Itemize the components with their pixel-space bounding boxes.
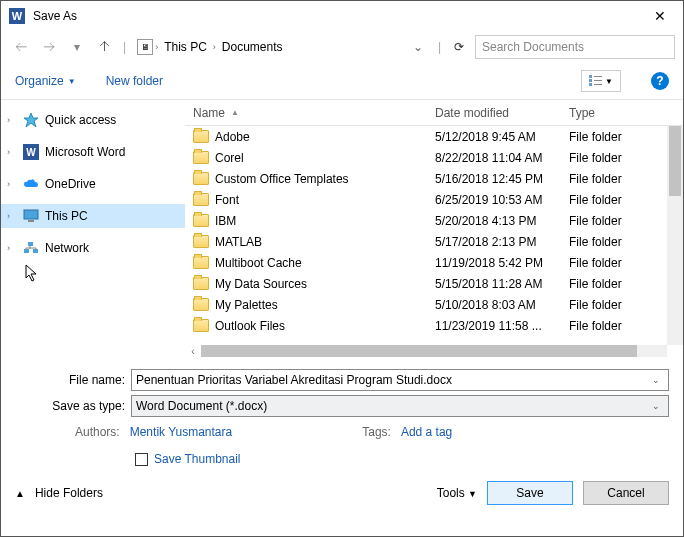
file-name: Custom Office Templates xyxy=(215,172,349,186)
svg-rect-10 xyxy=(33,249,38,253)
file-row[interactable]: Multiboot Cache11/19/2018 5:42 PMFile fo… xyxy=(185,252,683,273)
file-name: My Palettes xyxy=(215,298,278,312)
back-button[interactable]: 🡠 xyxy=(9,35,33,59)
file-type: File folder xyxy=(569,277,683,291)
tree-item-label: OneDrive xyxy=(45,177,96,191)
save-thumbnail-label[interactable]: Save Thumbnail xyxy=(154,452,241,466)
up-button[interactable]: 🡡 xyxy=(93,35,117,59)
pc-icon: 🖥 xyxy=(137,39,153,55)
list-view-icon xyxy=(589,75,603,87)
new-folder-button[interactable]: New folder xyxy=(106,74,163,88)
file-type: File folder xyxy=(569,130,683,144)
column-date[interactable]: Date modified xyxy=(435,106,569,120)
horizontal-scrollbar[interactable]: ‹ xyxy=(185,343,683,359)
tree-item-quick-access[interactable]: ›Quick access xyxy=(1,108,185,132)
file-row[interactable]: IBM5/20/2018 4:13 PMFile folder xyxy=(185,210,683,231)
expand-icon[interactable]: › xyxy=(7,179,17,189)
scroll-left-icon[interactable]: ‹ xyxy=(185,346,201,357)
breadcrumb-root[interactable]: This PC xyxy=(160,40,211,54)
footer: ▲ Hide Folders Tools ▼ Save Cancel xyxy=(1,473,683,513)
recent-dropdown[interactable]: ▾ xyxy=(65,35,89,59)
column-headers: Name ▲ Date modified Type xyxy=(185,100,683,126)
tree-item-onedrive[interactable]: ›OneDrive xyxy=(1,172,185,196)
help-button[interactable]: ? xyxy=(651,72,669,90)
collapse-icon[interactable]: ▲ xyxy=(15,488,25,499)
chevron-down-icon[interactable]: ⌄ xyxy=(648,401,664,411)
svg-marker-6 xyxy=(24,113,38,127)
expand-icon[interactable]: › xyxy=(7,211,17,221)
search-placeholder: Search Documents xyxy=(482,40,584,54)
folder-icon xyxy=(193,235,209,248)
save-thumbnail-checkbox[interactable] xyxy=(135,453,148,466)
svg-rect-1 xyxy=(589,79,592,82)
svg-rect-8 xyxy=(28,220,34,222)
folder-icon xyxy=(193,172,209,185)
file-date: 5/16/2018 12:45 PM xyxy=(435,172,569,186)
hide-folders-button[interactable]: Hide Folders xyxy=(35,486,103,500)
file-date: 8/22/2018 11:04 AM xyxy=(435,151,569,165)
file-type: File folder xyxy=(569,172,683,186)
chevron-down-icon[interactable]: ⌄ xyxy=(648,375,664,385)
filename-input[interactable]: Penentuan Prioritas Variabel Akreditasi … xyxy=(131,369,669,391)
separator: | xyxy=(438,40,441,54)
file-date: 5/15/2018 11:28 AM xyxy=(435,277,569,291)
file-name: Corel xyxy=(215,151,244,165)
chevron-right-icon[interactable]: › xyxy=(155,42,158,52)
svg-rect-5 xyxy=(594,84,602,85)
tags-value[interactable]: Add a tag xyxy=(401,425,452,439)
file-name: Multiboot Cache xyxy=(215,256,302,270)
chevron-right-icon[interactable]: › xyxy=(213,42,216,52)
svg-rect-11 xyxy=(28,242,33,246)
tools-button[interactable]: Tools ▼ xyxy=(437,486,477,500)
file-row[interactable]: Corel8/22/2018 11:04 AMFile folder xyxy=(185,147,683,168)
expand-icon[interactable]: › xyxy=(7,147,17,157)
tree-item-this-pc[interactable]: ›This PC xyxy=(1,204,185,228)
file-date: 5/20/2018 4:13 PM xyxy=(435,214,569,228)
expand-icon[interactable]: › xyxy=(7,115,17,125)
authors-label: Authors: xyxy=(75,425,120,439)
column-name[interactable]: Name ▲ xyxy=(185,106,435,120)
vertical-scrollbar[interactable] xyxy=(667,126,683,345)
address-bar[interactable]: 🖥 › This PC › Documents ⌄ xyxy=(132,35,432,59)
file-row[interactable]: Adobe5/12/2018 9:45 AMFile folder xyxy=(185,126,683,147)
file-row[interactable]: My Palettes5/10/2018 8:03 AMFile folder xyxy=(185,294,683,315)
folder-icon xyxy=(193,256,209,269)
file-date: 11/23/2019 11:58 ... xyxy=(435,319,569,333)
forward-button: 🡢 xyxy=(37,35,61,59)
column-type[interactable]: Type xyxy=(569,106,683,120)
cancel-button[interactable]: Cancel xyxy=(583,481,669,505)
file-type: File folder xyxy=(569,214,683,228)
file-row[interactable]: Custom Office Templates5/16/2018 12:45 P… xyxy=(185,168,683,189)
organize-button[interactable]: Organize▼ xyxy=(15,74,76,88)
expand-icon[interactable]: › xyxy=(7,243,17,253)
savetype-select[interactable]: Word Document (*.docx) ⌄ xyxy=(131,395,669,417)
file-row[interactable]: Font6/25/2019 10:53 AMFile folder xyxy=(185,189,683,210)
file-name: Adobe xyxy=(215,130,250,144)
folder-icon xyxy=(193,151,209,164)
file-name: Font xyxy=(215,193,239,207)
separator: | xyxy=(123,40,126,54)
search-input[interactable]: Search Documents xyxy=(475,35,675,59)
tree-item-microsoft-word[interactable]: ›WMicrosoft Word xyxy=(1,140,185,164)
word-icon: W xyxy=(23,144,39,160)
star-icon xyxy=(23,112,39,128)
file-row[interactable]: Outlook Files11/23/2019 11:58 ...File fo… xyxy=(185,315,683,336)
authors-value[interactable]: Mentik Yusmantara xyxy=(130,425,233,439)
save-form: File name: Penentuan Prioritas Variabel … xyxy=(1,359,683,473)
sort-asc-icon: ▲ xyxy=(231,108,239,117)
address-dropdown[interactable]: ⌄ xyxy=(409,40,427,54)
close-button[interactable]: ✕ xyxy=(645,8,675,24)
file-row[interactable]: MATLAB5/17/2018 2:13 PMFile folder xyxy=(185,231,683,252)
cloud-icon xyxy=(23,176,39,192)
savetype-label: Save as type: xyxy=(15,399,125,413)
breadcrumb-folder[interactable]: Documents xyxy=(218,40,287,54)
folder-icon xyxy=(193,193,209,206)
save-button[interactable]: Save xyxy=(487,481,573,505)
view-options-button[interactable]: ▼ xyxy=(581,70,621,92)
refresh-button[interactable]: ⟳ xyxy=(447,40,471,54)
tree-item-network[interactable]: ›Network xyxy=(1,236,185,260)
file-type: File folder xyxy=(569,319,683,333)
svg-rect-0 xyxy=(589,75,592,78)
file-row[interactable]: My Data Sources5/15/2018 11:28 AMFile fo… xyxy=(185,273,683,294)
tree-item-label: This PC xyxy=(45,209,88,223)
